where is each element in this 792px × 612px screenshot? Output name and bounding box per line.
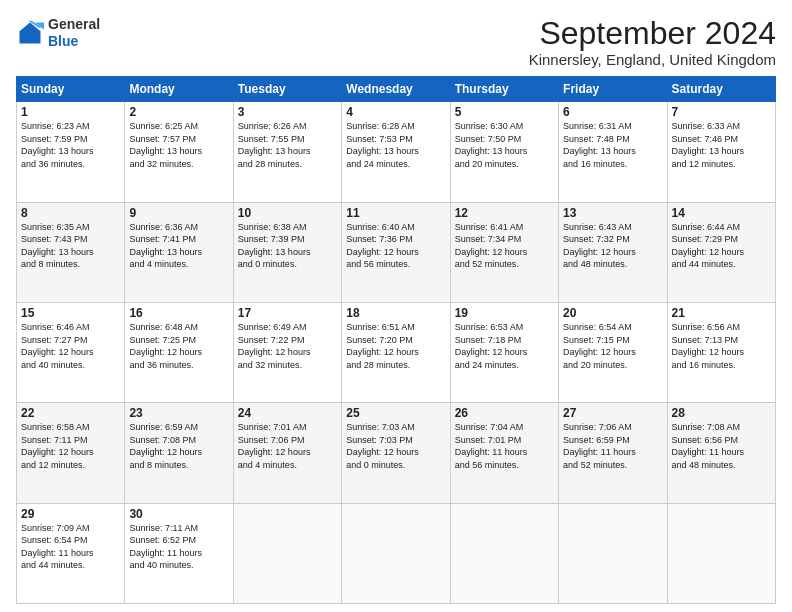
calendar-week-row: 8Sunrise: 6:35 AM Sunset: 7:43 PM Daylig… <box>17 202 776 302</box>
day-info: Sunrise: 6:58 AM Sunset: 7:11 PM Dayligh… <box>21 421 120 471</box>
table-row: 6Sunrise: 6:31 AM Sunset: 7:48 PM Daylig… <box>559 102 667 202</box>
day-number: 15 <box>21 306 120 320</box>
day-number: 28 <box>672 406 771 420</box>
day-number: 17 <box>238 306 337 320</box>
day-info: Sunrise: 6:25 AM Sunset: 7:57 PM Dayligh… <box>129 120 228 170</box>
table-row: 8Sunrise: 6:35 AM Sunset: 7:43 PM Daylig… <box>17 202 125 302</box>
day-number: 16 <box>129 306 228 320</box>
col-friday: Friday <box>559 77 667 102</box>
day-number: 10 <box>238 206 337 220</box>
day-info: Sunrise: 6:54 AM Sunset: 7:15 PM Dayligh… <box>563 321 662 371</box>
day-number: 12 <box>455 206 554 220</box>
day-number: 22 <box>21 406 120 420</box>
day-info: Sunrise: 6:46 AM Sunset: 7:27 PM Dayligh… <box>21 321 120 371</box>
table-row: 15Sunrise: 6:46 AM Sunset: 7:27 PM Dayli… <box>17 302 125 402</box>
page: General Blue September 2024 Kinnersley, … <box>0 0 792 612</box>
table-row: 28Sunrise: 7:08 AM Sunset: 6:56 PM Dayli… <box>667 403 775 503</box>
table-row: 13Sunrise: 6:43 AM Sunset: 7:32 PM Dayli… <box>559 202 667 302</box>
table-row: 22Sunrise: 6:58 AM Sunset: 7:11 PM Dayli… <box>17 403 125 503</box>
table-row: 27Sunrise: 7:06 AM Sunset: 6:59 PM Dayli… <box>559 403 667 503</box>
day-number: 18 <box>346 306 445 320</box>
day-number: 25 <box>346 406 445 420</box>
table-row: 12Sunrise: 6:41 AM Sunset: 7:34 PM Dayli… <box>450 202 558 302</box>
table-row: 20Sunrise: 6:54 AM Sunset: 7:15 PM Dayli… <box>559 302 667 402</box>
day-info: Sunrise: 6:26 AM Sunset: 7:55 PM Dayligh… <box>238 120 337 170</box>
day-number: 11 <box>346 206 445 220</box>
day-number: 9 <box>129 206 228 220</box>
table-row <box>559 503 667 603</box>
table-row: 19Sunrise: 6:53 AM Sunset: 7:18 PM Dayli… <box>450 302 558 402</box>
logo-line1: General <box>48 16 100 33</box>
table-row: 5Sunrise: 6:30 AM Sunset: 7:50 PM Daylig… <box>450 102 558 202</box>
col-sunday: Sunday <box>17 77 125 102</box>
day-info: Sunrise: 6:35 AM Sunset: 7:43 PM Dayligh… <box>21 221 120 271</box>
col-tuesday: Tuesday <box>233 77 341 102</box>
day-number: 14 <box>672 206 771 220</box>
table-row: 16Sunrise: 6:48 AM Sunset: 7:25 PM Dayli… <box>125 302 233 402</box>
day-info: Sunrise: 7:06 AM Sunset: 6:59 PM Dayligh… <box>563 421 662 471</box>
day-info: Sunrise: 6:23 AM Sunset: 7:59 PM Dayligh… <box>21 120 120 170</box>
day-number: 24 <box>238 406 337 420</box>
day-info: Sunrise: 6:51 AM Sunset: 7:20 PM Dayligh… <box>346 321 445 371</box>
day-info: Sunrise: 6:30 AM Sunset: 7:50 PM Dayligh… <box>455 120 554 170</box>
table-row: 7Sunrise: 6:33 AM Sunset: 7:46 PM Daylig… <box>667 102 775 202</box>
day-number: 30 <box>129 507 228 521</box>
table-row: 3Sunrise: 6:26 AM Sunset: 7:55 PM Daylig… <box>233 102 341 202</box>
table-row: 30Sunrise: 7:11 AM Sunset: 6:52 PM Dayli… <box>125 503 233 603</box>
day-info: Sunrise: 7:04 AM Sunset: 7:01 PM Dayligh… <box>455 421 554 471</box>
month-title: September 2024 <box>529 16 776 51</box>
col-monday: Monday <box>125 77 233 102</box>
day-info: Sunrise: 6:53 AM Sunset: 7:18 PM Dayligh… <box>455 321 554 371</box>
day-number: 13 <box>563 206 662 220</box>
calendar-header-row: Sunday Monday Tuesday Wednesday Thursday… <box>17 77 776 102</box>
table-row: 10Sunrise: 6:38 AM Sunset: 7:39 PM Dayli… <box>233 202 341 302</box>
col-wednesday: Wednesday <box>342 77 450 102</box>
header: General Blue September 2024 Kinnersley, … <box>16 16 776 68</box>
day-number: 21 <box>672 306 771 320</box>
table-row: 24Sunrise: 7:01 AM Sunset: 7:06 PM Dayli… <box>233 403 341 503</box>
day-number: 5 <box>455 105 554 119</box>
table-row <box>667 503 775 603</box>
day-info: Sunrise: 6:56 AM Sunset: 7:13 PM Dayligh… <box>672 321 771 371</box>
calendar-week-row: 22Sunrise: 6:58 AM Sunset: 7:11 PM Dayli… <box>17 403 776 503</box>
day-info: Sunrise: 7:01 AM Sunset: 7:06 PM Dayligh… <box>238 421 337 471</box>
day-info: Sunrise: 7:11 AM Sunset: 6:52 PM Dayligh… <box>129 522 228 572</box>
table-row: 26Sunrise: 7:04 AM Sunset: 7:01 PM Dayli… <box>450 403 558 503</box>
logo-icon <box>16 19 44 47</box>
day-number: 1 <box>21 105 120 119</box>
day-info: Sunrise: 6:49 AM Sunset: 7:22 PM Dayligh… <box>238 321 337 371</box>
logo-line2: Blue <box>48 33 100 50</box>
day-info: Sunrise: 7:09 AM Sunset: 6:54 PM Dayligh… <box>21 522 120 572</box>
table-row <box>342 503 450 603</box>
table-row: 14Sunrise: 6:44 AM Sunset: 7:29 PM Dayli… <box>667 202 775 302</box>
col-thursday: Thursday <box>450 77 558 102</box>
logo: General Blue <box>16 16 100 50</box>
location-subtitle: Kinnersley, England, United Kingdom <box>529 51 776 68</box>
day-number: 29 <box>21 507 120 521</box>
day-info: Sunrise: 7:08 AM Sunset: 6:56 PM Dayligh… <box>672 421 771 471</box>
table-row: 25Sunrise: 7:03 AM Sunset: 7:03 PM Dayli… <box>342 403 450 503</box>
day-info: Sunrise: 6:40 AM Sunset: 7:36 PM Dayligh… <box>346 221 445 271</box>
day-number: 7 <box>672 105 771 119</box>
day-number: 26 <box>455 406 554 420</box>
table-row: 1Sunrise: 6:23 AM Sunset: 7:59 PM Daylig… <box>17 102 125 202</box>
day-number: 8 <box>21 206 120 220</box>
day-info: Sunrise: 7:03 AM Sunset: 7:03 PM Dayligh… <box>346 421 445 471</box>
day-info: Sunrise: 6:59 AM Sunset: 7:08 PM Dayligh… <box>129 421 228 471</box>
day-info: Sunrise: 6:48 AM Sunset: 7:25 PM Dayligh… <box>129 321 228 371</box>
day-number: 19 <box>455 306 554 320</box>
day-info: Sunrise: 6:44 AM Sunset: 7:29 PM Dayligh… <box>672 221 771 271</box>
table-row: 23Sunrise: 6:59 AM Sunset: 7:08 PM Dayli… <box>125 403 233 503</box>
day-info: Sunrise: 6:31 AM Sunset: 7:48 PM Dayligh… <box>563 120 662 170</box>
day-info: Sunrise: 6:36 AM Sunset: 7:41 PM Dayligh… <box>129 221 228 271</box>
table-row: 18Sunrise: 6:51 AM Sunset: 7:20 PM Dayli… <box>342 302 450 402</box>
table-row: 29Sunrise: 7:09 AM Sunset: 6:54 PM Dayli… <box>17 503 125 603</box>
day-number: 27 <box>563 406 662 420</box>
col-saturday: Saturday <box>667 77 775 102</box>
logo-text: General Blue <box>48 16 100 50</box>
calendar-week-row: 15Sunrise: 6:46 AM Sunset: 7:27 PM Dayli… <box>17 302 776 402</box>
day-info: Sunrise: 6:41 AM Sunset: 7:34 PM Dayligh… <box>455 221 554 271</box>
table-row: 21Sunrise: 6:56 AM Sunset: 7:13 PM Dayli… <box>667 302 775 402</box>
table-row: 11Sunrise: 6:40 AM Sunset: 7:36 PM Dayli… <box>342 202 450 302</box>
calendar-table: Sunday Monday Tuesday Wednesday Thursday… <box>16 76 776 604</box>
